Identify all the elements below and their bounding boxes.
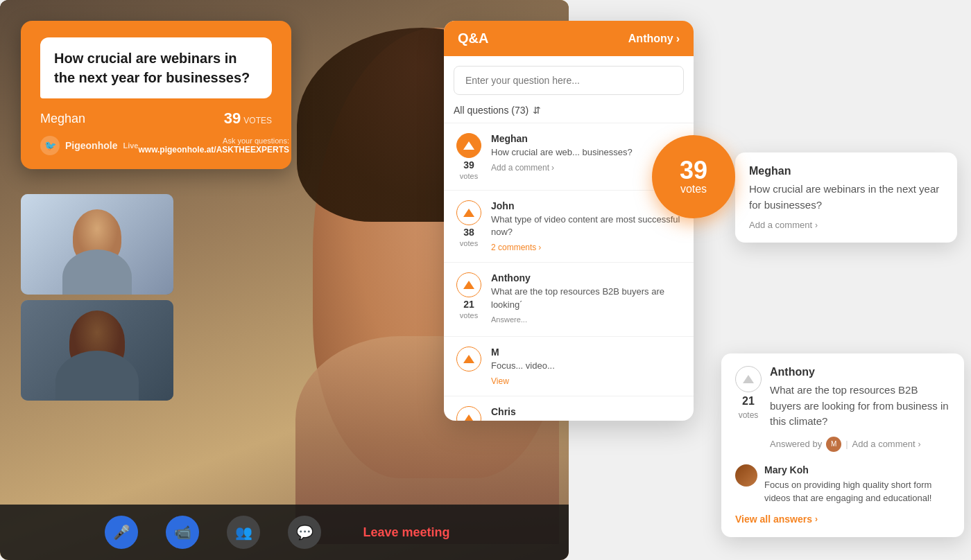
card2-vote-lbl: votes — [739, 410, 759, 420]
vote-btn-4[interactable] — [455, 347, 483, 371]
question-text-2: What type of video content are most succ… — [491, 213, 682, 238]
card2-main: 21 votes Anthony What are the top resour… — [735, 366, 950, 459]
chat-button[interactable]: 💬 — [288, 516, 321, 549]
logo-icon: 🐦 — [40, 136, 60, 155]
qa-question-item-3: 21 votes Anthony What are the top resour… — [444, 262, 694, 335]
answered-avatar: M — [826, 437, 841, 452]
qa-question-item-2: 38 votes John What type of video content… — [444, 190, 694, 262]
question-text-5: How im... marketi... — [491, 419, 682, 421]
question-card-overlay: How crucial are webinars in the next yea… — [21, 21, 291, 169]
vote-btn-3[interactable]: 21 votes — [455, 272, 483, 320]
upvote-arrow-2[interactable] — [456, 200, 481, 225]
add-comment-chevron2: › — [918, 439, 921, 449]
upvote-arrow-1[interactable] — [456, 133, 481, 158]
comments-link-2[interactable]: 2 comments › — [491, 243, 682, 252]
thumbnail-video-1 — [21, 194, 173, 295]
votes-label: VOTES — [243, 116, 272, 125]
answer-author: Mary Koh — [764, 464, 950, 475]
upvote-arrow-4[interactable] — [456, 347, 481, 371]
detail-card-meghan: Meghan How crucial are webinars in the n… — [735, 152, 957, 243]
view-link-4[interactable]: View — [491, 376, 682, 386]
view-all-chevron: › — [815, 514, 818, 524]
answer-block: Mary Koh Focus on providing high quality… — [735, 464, 950, 505]
vote-count-1: 39 — [463, 159, 474, 170]
question-author-3: Anthony — [491, 272, 682, 283]
question-text-4: Focus... video... — [491, 360, 682, 372]
question-text-1: How crucial are web... businesses? — [491, 146, 682, 159]
upvote-arrow-3[interactable] — [456, 272, 481, 297]
question-author-4: M — [491, 347, 682, 358]
card-author: Meghan — [40, 112, 85, 126]
vote-popup-count: 39 — [680, 158, 707, 183]
pigeonhole-logo: 🐦 Pigeonhole Live — [40, 136, 138, 155]
detail-author-meghan: Meghan — [749, 165, 943, 177]
card2-author: Anthony — [770, 366, 950, 378]
participants-button[interactable]: 👥 — [227, 516, 260, 549]
question-content-4: M Focus... video... View — [491, 347, 682, 386]
answer-avatar — [735, 464, 757, 487]
vote-label-2: votes — [460, 239, 478, 247]
upvote-arrow-5[interactable] — [456, 406, 481, 421]
question-content-2: John What type of video content are most… — [491, 200, 682, 252]
answered-by-label: Answered by — [770, 439, 822, 449]
votes-count: 39 — [224, 110, 241, 128]
answered-badge-3: Answere... — [491, 315, 682, 324]
question-bubble-text: How crucial are webinars in the next yea… — [54, 49, 258, 87]
question-content-3: Anthony What are the top resources B2B b… — [491, 272, 682, 326]
brand-name: Pigeonhole — [65, 140, 117, 151]
qa-header: Q&A Anthony › — [444, 21, 694, 56]
question-content-5: Chris How im... marketi... — [491, 406, 682, 421]
card2-vote-arrow[interactable] — [735, 366, 762, 392]
leave-meeting-button[interactable]: Leave meeting — [349, 518, 463, 547]
answer-separator: | — [845, 439, 848, 449]
add-comment-chevron: › — [815, 220, 818, 230]
thumbnail-panels — [21, 194, 173, 401]
add-comment-link[interactable]: Add a comment › — [852, 439, 921, 449]
ask-label: Ask your questions: — [138, 137, 289, 145]
card-branding: 🐦 Pigeonhole Live Ask your questions: ww… — [40, 136, 272, 155]
detail-add-comment-meghan[interactable]: Add a comment › — [749, 220, 943, 230]
detail-question-meghan: How crucial are webinars in the next yea… — [749, 182, 943, 213]
vote-count-2: 38 — [463, 227, 474, 238]
question-text-3: What are the top resources B2B buyers ar… — [491, 286, 682, 310]
answered-by: Answered by M | Add a comment › — [770, 437, 950, 452]
qa-user: Anthony › — [628, 33, 680, 45]
controls-bar: 🎤 📹 👥 💬 Leave meeting — [0, 505, 569, 560]
qa-title: Q&A — [458, 30, 488, 46]
card2-vote-side: 21 votes — [735, 366, 762, 420]
vote-btn-2[interactable]: 38 votes — [455, 200, 483, 247]
vote-label-1: votes — [460, 172, 478, 180]
thumbnail-video-2 — [21, 300, 173, 401]
ask-questions: Ask your questions: www.pigeonhole.at/AS… — [138, 137, 289, 155]
brand-suffix: Live — [123, 141, 138, 150]
question-author-5: Chris — [491, 406, 682, 417]
vote-btn-5[interactable]: 16 votes — [455, 406, 483, 421]
vote-btn-1[interactable]: 39 votes — [455, 133, 483, 180]
card2-content: Anthony What are the top resources B2B b… — [770, 366, 950, 459]
vote-popup: 39 votes — [652, 135, 735, 218]
filter-chevron: ⇵ — [533, 105, 541, 116]
filter-label: All questions (73) — [454, 105, 529, 116]
card-footer: Meghan 39 VOTES — [40, 110, 272, 128]
question-bubble: How crucial are webinars in the next yea… — [40, 37, 272, 98]
vote-count-3: 21 — [463, 299, 474, 310]
question-author-2: John — [491, 200, 682, 211]
vote-popup-label: votes — [680, 183, 707, 195]
qa-panel: Q&A Anthony › All questions (73) ⇵ 39 vo… — [444, 21, 694, 421]
qa-user-chevron: › — [676, 33, 680, 45]
qa-question-input[interactable] — [454, 66, 684, 95]
microphone-button[interactable]: 🎤 — [105, 516, 138, 549]
qa-question-item-5: 16 votes Chris How im... marketi... — [444, 396, 694, 421]
qa-question-item-4: M Focus... video... View — [444, 336, 694, 396]
ask-url: www.pigeonhole.at/ASKTHEEXPERTS — [138, 145, 289, 155]
card2-vote-num: 21 — [742, 395, 755, 408]
answer-content: Mary Koh Focus on providing high quality… — [764, 464, 950, 505]
qa-filter: All questions (73) ⇵ — [454, 105, 684, 116]
card2-question: What are the top resources B2B buyers ar… — [770, 383, 950, 430]
camera-button[interactable]: 📹 — [166, 516, 199, 549]
vote-label-3: votes — [460, 311, 478, 320]
detail-card-anthony: 21 votes Anthony What are the top resour… — [721, 353, 964, 537]
answer-text: Focus on providing high quality short fo… — [764, 478, 950, 505]
question-author-1: Meghan — [491, 133, 682, 144]
view-all-answers-link[interactable]: View all answers › — [735, 514, 950, 525]
